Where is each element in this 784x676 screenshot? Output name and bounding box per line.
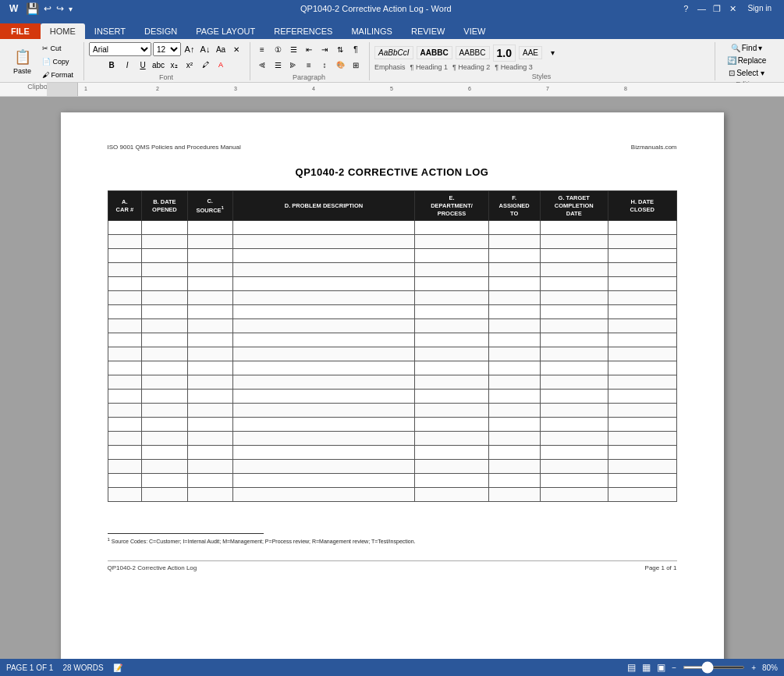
font-color-button[interactable]: A [214, 58, 228, 72]
table-row[interactable] [108, 432, 676, 446]
table-cell[interactable] [540, 446, 608, 460]
table-cell[interactable] [108, 263, 142, 277]
table-cell[interactable] [415, 291, 489, 305]
sign-in-btn[interactable]: Sign in [741, 4, 778, 14]
table-cell[interactable] [540, 432, 608, 446]
sort-button[interactable]: ⇅ [333, 42, 347, 56]
table-row[interactable] [108, 347, 676, 361]
table-cell[interactable] [415, 249, 489, 263]
table-cell[interactable] [108, 390, 142, 404]
tab-design[interactable]: DESIGN [135, 23, 186, 39]
borders-button[interactable]: ⊞ [349, 58, 363, 72]
table-cell[interactable] [540, 474, 608, 488]
table-cell[interactable] [488, 235, 540, 249]
table-cell[interactable] [415, 333, 489, 347]
table-cell[interactable] [108, 221, 142, 235]
table-cell[interactable] [142, 347, 187, 361]
table-row[interactable] [108, 460, 676, 474]
table-cell[interactable] [142, 446, 187, 460]
table-cell[interactable] [415, 361, 489, 375]
table-cell[interactable] [232, 361, 414, 375]
increase-indent-button[interactable]: ⇥ [318, 42, 332, 56]
style-large[interactable]: 1.0 [493, 44, 516, 62]
quick-access-save[interactable]: 💾 [26, 2, 39, 15]
table-row[interactable] [108, 263, 676, 277]
table-cell[interactable] [488, 390, 540, 404]
table-cell[interactable] [108, 404, 142, 418]
font-family-select[interactable]: Arial [89, 42, 151, 56]
tab-review[interactable]: REVIEW [402, 23, 454, 39]
select-button[interactable]: ⊡ Select ▾ [725, 67, 768, 79]
table-cell[interactable] [488, 221, 540, 235]
table-cell[interactable] [232, 347, 414, 361]
table-cell[interactable] [608, 361, 676, 375]
table-cell[interactable] [232, 221, 414, 235]
table-cell[interactable] [608, 375, 676, 390]
table-cell[interactable] [108, 432, 142, 446]
tab-insert[interactable]: INSERT [85, 23, 135, 39]
table-row[interactable] [108, 305, 676, 319]
table-cell[interactable] [540, 404, 608, 418]
table-row[interactable] [108, 474, 676, 488]
table-cell[interactable] [232, 291, 414, 305]
subscript-button[interactable]: x₂ [167, 58, 181, 72]
table-cell[interactable] [540, 347, 608, 361]
table-cell[interactable] [187, 249, 232, 263]
decrease-indent-button[interactable]: ⇤ [302, 42, 316, 56]
table-cell[interactable] [540, 235, 608, 249]
table-cell[interactable] [232, 418, 414, 432]
table-cell[interactable] [232, 446, 414, 460]
table-cell[interactable] [232, 333, 414, 347]
table-cell[interactable] [540, 291, 608, 305]
table-cell[interactable] [540, 319, 608, 333]
replace-button[interactable]: 🔄 Replace [723, 55, 771, 66]
table-cell[interactable] [142, 418, 187, 432]
multilevel-button[interactable]: ☰ [286, 42, 300, 56]
minimize-btn[interactable]: — [694, 4, 708, 14]
font-size-select[interactable]: 12 [153, 42, 181, 56]
close-btn[interactable]: ✕ [725, 4, 740, 14]
tab-references[interactable]: REFERENCES [264, 23, 342, 39]
table-cell[interactable] [108, 249, 142, 263]
table-cell[interactable] [232, 375, 414, 390]
align-center-button[interactable]: ☰ [271, 58, 285, 72]
table-cell[interactable] [232, 432, 414, 446]
table-cell[interactable] [488, 249, 540, 263]
format-painter-button[interactable]: 🖌 Format [38, 69, 77, 81]
table-cell[interactable] [108, 361, 142, 375]
table-cell[interactable] [187, 432, 232, 446]
shading-button[interactable]: 🎨 [333, 58, 347, 72]
table-row[interactable] [108, 361, 676, 375]
table-cell[interactable] [540, 333, 608, 347]
quick-access-dropdown[interactable]: ▾ [69, 5, 73, 13]
table-cell[interactable] [488, 488, 540, 502]
table-cell[interactable] [415, 474, 489, 488]
table-row[interactable] [108, 418, 676, 432]
table-cell[interactable] [488, 361, 540, 375]
zoom-minus[interactable]: − [672, 664, 676, 672]
paste-button[interactable]: 📋 Paste [8, 46, 37, 77]
table-cell[interactable] [142, 474, 187, 488]
table-cell[interactable] [108, 291, 142, 305]
table-cell[interactable] [187, 375, 232, 390]
table-cell[interactable] [187, 221, 232, 235]
table-cell[interactable] [488, 432, 540, 446]
table-cell[interactable] [488, 474, 540, 488]
table-cell[interactable] [540, 305, 608, 319]
tab-mailings[interactable]: MAILINGS [342, 23, 402, 39]
table-cell[interactable] [488, 305, 540, 319]
shrink-font-button[interactable]: A↓ [198, 42, 212, 56]
grow-font-button[interactable]: A↑ [183, 42, 197, 56]
zoom-slider[interactable] [683, 666, 745, 669]
table-cell[interactable] [415, 375, 489, 390]
find-button[interactable]: 🔍 Find ▾ [727, 42, 766, 54]
align-right-button[interactable]: ⫸ [286, 58, 300, 72]
style-heading1[interactable]: AABBC [456, 46, 490, 59]
clear-format-button[interactable]: ✕ [229, 42, 243, 56]
show-marks-button[interactable]: ¶ [349, 42, 363, 56]
table-cell[interactable] [608, 432, 676, 446]
table-cell[interactable] [142, 460, 187, 474]
table-cell[interactable] [142, 249, 187, 263]
table-cell[interactable] [540, 361, 608, 375]
table-cell[interactable] [415, 305, 489, 319]
